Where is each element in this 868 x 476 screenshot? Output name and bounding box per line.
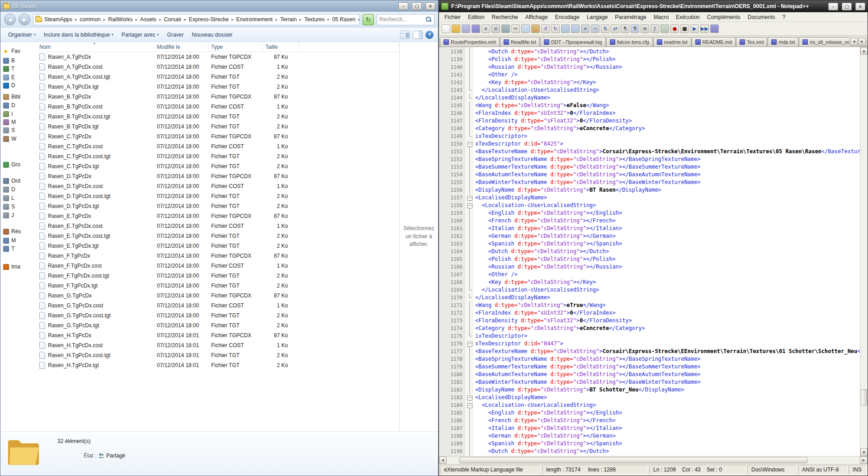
line-number[interactable]: 1151 — [439, 148, 462, 156]
column-header-taille[interactable]: Taille — [263, 42, 299, 52]
fold-collapse-button[interactable] — [466, 194, 473, 202]
find-icon[interactable] — [561, 24, 570, 33]
file-row[interactable]: Rasen_D.TgPcDx.cost07/12/2014 18:00Fichi… — [37, 181, 399, 191]
line-number[interactable]: 1146 — [439, 109, 462, 117]
breadcrumb-item[interactable]: Express-Strecke — [187, 16, 231, 23]
copy-icon[interactable] — [521, 24, 530, 33]
play-macro-icon[interactable]: ▶ — [690, 24, 699, 33]
tab[interactable]: RouteProperties.xml — [440, 37, 500, 47]
line-number[interactable]: 1144 — [439, 94, 462, 102]
code-line[interactable]: 1175ixTexDescriptor> — [439, 332, 860, 340]
menu-encodage[interactable]: Encodage — [552, 13, 583, 22]
breadcrumb-item[interactable]: Terrain — [278, 16, 299, 23]
file-row[interactable]: Rasen_E.TgPcDx.cost.tgt07/12/2014 18:00F… — [37, 231, 399, 241]
code-line[interactable]: 1145<Wang d:type="cDeltaString">eFalse</… — [439, 102, 860, 109]
chevron-down-icon[interactable]: ▾ — [358, 18, 359, 22]
back-button[interactable]: ◀ — [4, 14, 16, 25]
line-number[interactable]: 1173 — [439, 317, 462, 325]
file-row[interactable]: Rasen_G.TgPcDx.cost07/12/2014 18:00Fichi… — [37, 301, 399, 311]
code-line[interactable]: 1190 <Dutch d:type="cDeltaString"></Dutc… — [439, 448, 860, 455]
preview-pane-button[interactable] — [413, 31, 423, 39]
file-row[interactable]: Rasen_F.TgPcDx.cost.tgt07/12/2014 18:00F… — [37, 271, 399, 281]
line-number[interactable]: 1157 — [439, 194, 462, 202]
line-number[interactable]: 1147 — [439, 117, 462, 125]
line-number[interactable]: 1180 — [439, 371, 462, 378]
file-row[interactable]: Rasen_F.TgPcDx07/12/2014 18:00Fichier TG… — [37, 251, 399, 261]
line-number[interactable]: 1183 — [439, 394, 462, 401]
code-line[interactable]: 1179<BaseSummerTextureName d:type="cDelt… — [439, 363, 860, 371]
file-row[interactable]: Rasen_B.TgPcDx07/12/2014 18:00Fichier TG… — [37, 92, 399, 102]
sidebar-item-documents[interactable]: D — [3, 102, 37, 109]
line-number[interactable]: 1145 — [439, 102, 462, 109]
code-line[interactable]: 1159 <English d:type="cDeltaString"></En… — [439, 209, 860, 217]
sidebar-item-recent-places[interactable]: E — [3, 74, 37, 81]
sidebar-item-libraries[interactable]: Bibl — [3, 93, 37, 100]
scroll-tabs-right-button[interactable]: ▶ — [859, 38, 866, 45]
code-line[interactable]: 1154<BaseAutumnTextureName d:type="cDelt… — [439, 171, 860, 179]
sidebar-item-program[interactable]: Ima — [3, 263, 37, 270]
line-number[interactable]: 1190 — [439, 448, 462, 455]
doc-map-icon[interactable] — [660, 24, 669, 33]
tab[interactable]: README.md — [692, 37, 736, 47]
sidebar-item-network-pc[interactable]: M — [3, 237, 37, 244]
file-row[interactable]: Rasen_D.TgPcDx.cost.tgt07/12/2014 18:00F… — [37, 191, 399, 201]
run-macro-multiple-icon[interactable]: ▶▶ — [700, 24, 709, 33]
code-line[interactable]: 1161 <Italian d:type="cDeltaString"></It… — [439, 225, 860, 232]
menu-paramtrage[interactable]: Paramétrage — [611, 13, 650, 22]
word-wrap-icon[interactable]: ¶ — [621, 24, 629, 33]
column-header-type[interactable]: Type — [208, 42, 263, 52]
code-line[interactable]: 1138 <Dutch d:type="cDeltaString"></Dutc… — [439, 48, 860, 56]
line-number[interactable]: 1163 — [439, 240, 462, 248]
file-row[interactable]: Rasen_A.TgPcDx07/12/2014 18:00Fichier TG… — [37, 52, 399, 62]
sidebar-item-computer[interactable]: Ord — [3, 177, 37, 184]
organize-button[interactable]: Organiser▾ — [4, 29, 40, 40]
line-number[interactable]: 1153 — [439, 163, 462, 171]
code-line[interactable]: 1188 <German d:type="cDeltaString"></Ger… — [439, 432, 860, 440]
breadcrumb-item[interactable]: Assets — [138, 16, 159, 23]
search-input[interactable] — [379, 16, 425, 23]
code-line[interactable]: 1182<DisplayName d:type="cDeltaString">B… — [439, 386, 860, 394]
sidebar-item-disk[interactable]: L — [3, 194, 37, 202]
menu-documents[interactable]: Documents — [744, 13, 779, 22]
code-line[interactable]: 1147<FloraDensity d:type="sFloat32">0</F… — [439, 117, 860, 125]
horizontal-scroll-thumb[interactable] — [459, 457, 807, 463]
code-line[interactable]: 1140 <Russian d:type="cDeltaString"></Ru… — [439, 63, 860, 71]
line-number[interactable]: 1165 — [439, 255, 462, 263]
save-all-icon[interactable] — [472, 24, 480, 33]
scroll-left-button[interactable]: ◀ — [439, 457, 447, 464]
redo-icon[interactable]: ↻ — [551, 24, 560, 33]
zoom-out-icon[interactable]: − — [591, 24, 599, 33]
file-row[interactable]: Rasen_C.TgPcDx07/12/2014 18:00Fichier TG… — [37, 132, 399, 141]
line-number[interactable]: 1149 — [439, 132, 462, 140]
line-number[interactable]: 1159 — [439, 209, 462, 217]
scroll-right-button[interactable]: ▶ — [860, 457, 868, 464]
fold-collapse-button[interactable] — [466, 140, 473, 148]
line-number[interactable]: 1179 — [439, 363, 462, 371]
maximize-button[interactable]: □ — [412, 2, 422, 10]
line-number[interactable]: 1156 — [439, 186, 462, 194]
sidebar-item-star[interactable]: ★Fav — [3, 47, 37, 55]
code-line[interactable]: 1174<Category d:type="cDeltaString">eCon… — [439, 325, 860, 332]
menu-fichier[interactable]: Fichier — [441, 13, 464, 22]
forward-button[interactable]: ▶ — [19, 14, 30, 25]
fold-collapse-button[interactable] — [466, 340, 473, 348]
vertical-scroll-thumb[interactable] — [861, 389, 867, 405]
breadcrumb-item[interactable]: Corsair — [162, 16, 184, 23]
code-line[interactable]: 1164 <Dutch d:type="cDeltaString"></Dutc… — [439, 248, 860, 255]
line-number[interactable]: 1172 — [439, 309, 462, 317]
code-line[interactable]: 1153<BaseSummerTextureName d:type="cDelt… — [439, 163, 860, 171]
tab[interactable]: Tex.xml — [736, 37, 767, 47]
file-row[interactable]: Rasen_B.TgPcDx.cost07/12/2014 18:00Fichi… — [37, 102, 399, 112]
fold-collapse-button[interactable] — [466, 394, 473, 401]
file-row[interactable]: Rasen_A.TgPcDx.tgt07/12/2014 18:00Fichie… — [37, 82, 399, 92]
fold-collapse-button[interactable] — [466, 401, 473, 409]
file-row[interactable]: Rasen_G.TgPcDx.cost.tgt07/12/2014 18:00F… — [37, 311, 399, 320]
code-line[interactable]: 1177<BaseTextureName d:type="cDeltaStrin… — [439, 348, 860, 355]
line-number[interactable]: 1150 — [439, 140, 462, 148]
file-row[interactable]: Rasen_B.TgPcDx.tgt07/12/2014 18:00Fichie… — [37, 122, 399, 132]
maximize-button[interactable]: □ — [842, 3, 852, 10]
file-row[interactable]: Rasen_D.TgPcDx.tgt07/12/2014 18:00Fichie… — [37, 201, 399, 211]
file-row[interactable]: Rasen_G.TgPcDx07/12/2014 18:00Fichier TG… — [37, 291, 399, 301]
line-number[interactable]: 1167 — [439, 271, 462, 278]
sidebar-item-disk[interactable]: D — [3, 186, 37, 193]
